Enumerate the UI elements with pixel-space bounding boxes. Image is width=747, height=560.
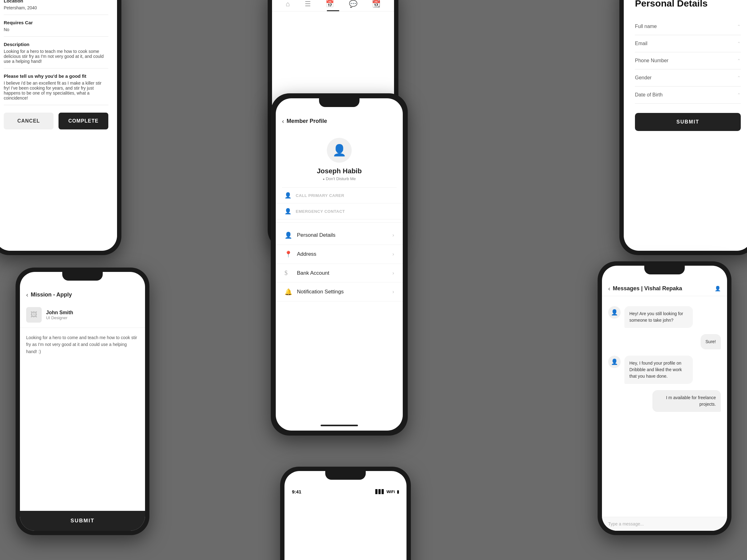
- chevron-right-icon: ›: [392, 251, 394, 257]
- phone-member-profile: ‹ Member Profile 👤 Joseph Habib ● Don't …: [271, 93, 408, 435]
- chevron-right-icon: ›: [392, 270, 394, 276]
- message-sent-1: Sure!: [608, 334, 721, 349]
- nav-message-icon[interactable]: 💬: [349, 0, 357, 8]
- image-placeholder-icon: 🖼: [30, 311, 37, 319]
- message-bubble: Sure!: [701, 334, 721, 349]
- chevron-icon: ⌃: [737, 92, 741, 97]
- message-received-2: 👤 Hey, I found your profile on Dribbble …: [608, 355, 721, 384]
- profile-name: Joseph Habib: [317, 167, 362, 175]
- home-indicator: [320, 425, 358, 426]
- status-dot: ●: [323, 177, 325, 181]
- dollar-icon: $: [284, 269, 292, 276]
- time: 9:41: [292, 489, 301, 495]
- chevron-icon: ⌃: [737, 75, 741, 80]
- avatar: 👤: [608, 306, 621, 319]
- quick-action-primary-carer[interactable]: 👤 CALL PRIMARY CARER: [276, 188, 403, 204]
- back-arrow-icon[interactable]: ‹: [608, 285, 610, 292]
- mission-description: Looking for a hero to come and teach me …: [20, 328, 145, 361]
- message-input-bar[interactable]: Type a message...: [602, 517, 727, 531]
- profile-status: ● Don't Disturb Me: [323, 177, 356, 181]
- screen-title: Messages | Vishal Repaka: [613, 285, 682, 292]
- screen-title: Member Profile: [287, 118, 327, 125]
- messages-list: 👤 Hey! Are you still looking for someone…: [602, 301, 727, 417]
- person-icon: 👤: [284, 208, 291, 215]
- cancel-button[interactable]: CANCEL: [4, 113, 54, 129]
- nav-calendar-icon[interactable]: 📅: [326, 0, 334, 8]
- message-bubble: Hey, I found your profile on Dribbble an…: [624, 355, 693, 384]
- nav-schedule-icon[interactable]: 📆: [372, 0, 380, 8]
- form-field-gender[interactable]: Gender ⌃: [635, 70, 741, 86]
- message-received-1: 👤 Hey! Are you still looking for someone…: [608, 306, 721, 328]
- field-good-fit: Please tell us why you'd be a good fit I…: [4, 74, 108, 105]
- menu-notification-settings[interactable]: 🔔 Notification Settings ›: [276, 283, 403, 301]
- divider: [276, 222, 403, 223]
- person-icon: 👤: [284, 192, 291, 199]
- chevron-right-icon: ›: [392, 289, 394, 295]
- field-location: Location Petersham, 2040: [4, 0, 108, 15]
- menu-personal-details[interactable]: 👤 Personal Details ›: [276, 226, 403, 245]
- form-field-email[interactable]: Email ⌃: [635, 35, 741, 52]
- submit-button[interactable]: SUBMIT: [20, 511, 145, 531]
- complete-button[interactable]: COMPLETE: [58, 113, 108, 129]
- phone-mission-apply: ‹ Mission - Apply 🖼 John Smith UI Design…: [16, 268, 149, 535]
- user-role: UI Designer: [46, 316, 73, 320]
- user-avatar: 🖼: [26, 307, 42, 323]
- nav-list-icon[interactable]: ☰: [305, 0, 311, 8]
- person-icon[interactable]: 👤: [715, 286, 721, 292]
- form-field-fullname[interactable]: Full name ⌃: [635, 18, 741, 35]
- nav-home-icon[interactable]: ⌂: [286, 0, 290, 8]
- bell-icon: 🔔: [284, 288, 292, 296]
- signal-icon: ▋▋▋: [376, 489, 385, 494]
- personal-details-title: Personal Details: [635, 0, 741, 9]
- person-icon: 👤: [611, 358, 618, 365]
- person-icon: 👤: [611, 309, 618, 316]
- form-field-dob[interactable]: Date of Birth ⌃: [635, 86, 741, 104]
- chevron-icon: ⌃: [737, 41, 741, 46]
- submit-button[interactable]: SUBMIT: [635, 113, 741, 131]
- back-arrow-icon[interactable]: ‹: [26, 291, 28, 298]
- back-arrow-icon[interactable]: ‹: [282, 117, 284, 125]
- menu-bank-account[interactable]: $ Bank Account ›: [276, 264, 403, 283]
- phone-personal-details: Personal Details Full name ⌃ Email ⌃ Pho…: [619, 0, 747, 255]
- quick-action-emergency[interactable]: 👤 EMERGENCY CONTACT: [276, 204, 403, 219]
- chevron-icon: ⌃: [737, 24, 741, 29]
- header-bar: ‹ Messages | Vishal Repaka 👤: [602, 281, 727, 296]
- avatar: 👤: [327, 138, 352, 163]
- menu-address[interactable]: 📍 Address ›: [276, 245, 403, 264]
- bottom-nav: ⌂ ☰ 📅 💬 📆: [272, 0, 394, 11]
- phone-bottom-partial: 9:41 ▋▋▋ WiFi ▮: [280, 466, 411, 560]
- chevron-right-icon: ›: [392, 232, 394, 238]
- chevron-icon: ⌃: [737, 58, 741, 63]
- phone-messages: ‹ Messages | Vishal Repaka 👤 👤 Hey! Are …: [598, 261, 731, 535]
- phone-application-complete: Location Petersham, 2040 Requires Car No…: [0, 0, 121, 255]
- person-icon: 👤: [284, 232, 292, 239]
- battery-icon: ▮: [397, 489, 399, 494]
- header-bar: ‹ Mission - Apply: [20, 288, 145, 302]
- avatar: 👤: [608, 355, 621, 368]
- location-icon: 📍: [284, 250, 292, 258]
- user-name: John Smith: [46, 310, 73, 316]
- screen-title: Mission - Apply: [31, 292, 72, 298]
- field-description: Description Looking for a hero to teach …: [4, 42, 108, 69]
- person-icon: 👤: [332, 144, 346, 157]
- message-sent-2: I m available for freelance projects.: [608, 390, 721, 412]
- form-field-phone[interactable]: Phone Number ⌃: [635, 52, 741, 70]
- profile-section: 👤 Joseph Habib ● Don't Disturb Me: [276, 129, 403, 187]
- status-bar: 9:41 ▋▋▋ WiFi ▮: [284, 485, 407, 499]
- user-card: 🖼 John Smith UI Designer: [20, 302, 145, 328]
- nav-active-indicator: [327, 10, 339, 11]
- wifi-icon: WiFi: [387, 489, 395, 494]
- status-icons: ▋▋▋ WiFi ▮: [376, 489, 399, 494]
- status-text: Don't Disturb Me: [326, 177, 356, 181]
- field-requires-car: Requires Car No: [4, 20, 108, 37]
- message-bubble: Hey! Are you still looking for someone t…: [624, 306, 693, 328]
- header-bar: ‹ Member Profile: [276, 114, 403, 129]
- message-bubble: I m available for freelance projects.: [652, 390, 721, 412]
